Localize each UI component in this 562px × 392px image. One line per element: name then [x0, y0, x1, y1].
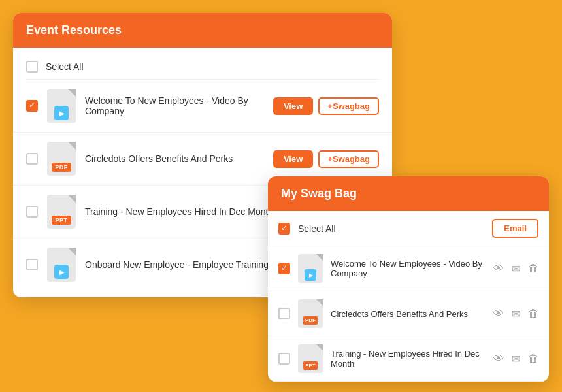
- swagbag-button-2[interactable]: +Swagbag: [318, 150, 379, 168]
- view-icon-button-2[interactable]: 👁: [493, 308, 504, 319]
- swag-item-actions-3: 👁 ✉ 🗑: [493, 353, 538, 365]
- resource-icon-4: [47, 248, 76, 282]
- swag-bag-card: My Swag Bag Select All Email Welcome To …: [268, 176, 549, 382]
- swag-item-checkbox-1[interactable]: [278, 263, 290, 274]
- swag-video-overlay-1: [305, 269, 316, 281]
- swag-item-actions-2: 👁 ✉ 🗑: [493, 308, 538, 320]
- resource-icon-1: [47, 89, 76, 123]
- file-icon-2: PDF: [47, 142, 76, 176]
- view-button-1[interactable]: View: [273, 97, 313, 115]
- swag-select-all-checkbox[interactable]: [278, 223, 290, 235]
- view-icon-button-1[interactable]: 👁: [493, 263, 504, 274]
- email-button[interactable]: Email: [492, 219, 538, 238]
- swag-item-icon-1: [298, 254, 323, 283]
- email-icon-button-1[interactable]: ✉: [512, 263, 520, 275]
- swag-item-actions-1: 👁 ✉ 🗑: [493, 263, 538, 275]
- event-resources-select-all-checkbox[interactable]: [26, 61, 38, 73]
- delete-icon-button-1[interactable]: 🗑: [528, 263, 538, 274]
- video-overlay-1: [54, 106, 69, 120]
- swag-item-row-1: Welcome To New Employees - Video By Comp…: [268, 246, 549, 291]
- swag-file-badge-ppt-3: PPT: [303, 361, 318, 370]
- resource-row-1: Welcome To New Employees - Video By Comp…: [13, 80, 392, 133]
- file-badge-pdf-2: PDF: [52, 163, 71, 172]
- event-resources-header: Event Resources: [13, 13, 392, 48]
- swag-bag-header: My Swag Bag: [268, 176, 549, 211]
- swag-item-icon-3: PPT: [298, 344, 323, 373]
- swag-item-row-2: PDF Circledots Offers Benefits And Perks…: [268, 291, 549, 336]
- resource-checkbox-2[interactable]: [26, 153, 38, 165]
- event-resources-select-all-row: Select All: [13, 54, 392, 79]
- email-icon-button-3[interactable]: ✉: [512, 353, 520, 365]
- swag-item-name-2: Circledots Offers Benefits And Perks: [331, 309, 486, 319]
- resource-actions-2: View +Swagbag: [273, 150, 379, 168]
- resource-checkbox-1[interactable]: [26, 100, 38, 112]
- resource-name-1: Welcome To New Employees - Video By Comp…: [85, 95, 264, 116]
- resource-checkbox-3[interactable]: [26, 206, 38, 218]
- file-icon-4: [47, 248, 76, 282]
- delete-icon-button-2[interactable]: 🗑: [528, 308, 538, 319]
- file-icon-3: PPT: [47, 195, 76, 229]
- file-badge-ppt-3: PPT: [52, 216, 71, 225]
- delete-icon-button-3[interactable]: 🗑: [528, 353, 538, 365]
- resource-actions-1: View +Swagbag: [273, 97, 379, 115]
- swag-item-checkbox-3[interactable]: [278, 353, 290, 365]
- video-overlay-4: [54, 265, 69, 279]
- swag-item-checkbox-2[interactable]: [278, 308, 290, 319]
- file-icon-1: [47, 89, 76, 123]
- swag-item-name-1: Welcome To New Employees - Video By Comp…: [331, 259, 486, 278]
- swag-item-row-3: PPT Training - New Employees Hired In De…: [268, 336, 549, 382]
- email-icon-button-2[interactable]: ✉: [512, 308, 520, 320]
- resource-checkbox-4[interactable]: [26, 259, 38, 270]
- swag-file-badge-pdf-2: PDF: [303, 316, 318, 325]
- event-resources-title: Event Resources: [26, 24, 122, 37]
- swag-select-all-label: Select All: [298, 223, 484, 234]
- swag-item-icon-2: PDF: [298, 299, 323, 328]
- swag-item-name-3: Training - New Employees Hired In Dec Mo…: [331, 349, 486, 368]
- resource-name-2: Circledots Offers Benefits And Perks: [85, 154, 264, 164]
- view-button-2[interactable]: View: [273, 150, 313, 168]
- swagbag-button-1[interactable]: +Swagbag: [318, 97, 379, 115]
- resource-icon-3: PPT: [47, 195, 76, 229]
- swag-bag-title: My Swag Bag: [281, 187, 357, 200]
- swag-select-all-row: Select All Email: [268, 211, 549, 246]
- view-icon-button-3[interactable]: 👁: [493, 353, 504, 365]
- resource-icon-2: PDF: [47, 142, 76, 176]
- event-resources-select-all-label: Select All: [46, 61, 84, 72]
